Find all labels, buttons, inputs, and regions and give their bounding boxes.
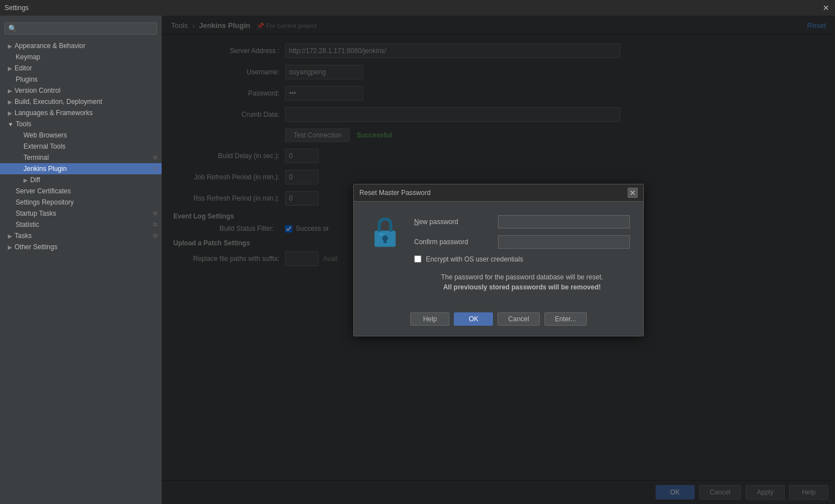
modal-ok-button[interactable]: OK	[454, 312, 493, 326]
new-password-label: NNew passwordew password	[414, 218, 498, 226]
search-box[interactable]: 🔍	[4, 22, 157, 35]
sidebar-label-keymap: Keymap	[16, 53, 40, 61]
sidebar-item-plugins[interactable]: Plugins	[0, 74, 162, 85]
modal-footer: Help OK Cancel Enter...	[354, 306, 643, 336]
modal-overlay: Reset Master Password ✕	[162, 16, 835, 504]
title-bar: Settings ✕	[0, 0, 835, 16]
confirm-password-row: Confirm passwordConfirm password	[414, 235, 630, 249]
sidebar-item-languages[interactable]: ▶ Languages & Frameworks	[0, 107, 162, 118]
lock-svg	[368, 216, 402, 250]
lock-icon	[367, 215, 403, 251]
content-panel: Tools › Jenkins Plugin 📌 📌 For current p…	[162, 16, 835, 504]
sidebar-item-tools[interactable]: ▼ Tools	[0, 118, 162, 130]
sidebar-item-server-certificates[interactable]: Server Certificates	[0, 186, 162, 197]
sidebar-item-keymap[interactable]: Keymap	[0, 51, 162, 63]
copy-icon-jenkins: ⧉	[153, 165, 157, 172]
copy-icon-terminal: ⧉	[153, 154, 157, 161]
modal-message: The password for the password database w…	[414, 272, 630, 292]
sidebar-item-web-browsers[interactable]: Web Browsers	[0, 130, 162, 141]
modal-message-line1: The password for the password database w…	[441, 273, 603, 281]
close-button[interactable]: ✕	[822, 3, 831, 12]
sidebar-item-startup-tasks[interactable]: Startup Tasks ⧉	[0, 208, 162, 219]
sidebar-label-startup: Startup Tasks	[16, 210, 56, 217]
sidebar-item-diff[interactable]: ▶ Diff	[0, 174, 162, 186]
modal-fields: NNew passwordew password Confirm passwor…	[414, 215, 630, 292]
modal-body: NNew passwordew password Confirm passwor…	[354, 202, 643, 306]
sidebar-item-jenkins-plugin[interactable]: Jenkins Plugin ⧉	[0, 163, 162, 174]
sidebar-label-plugins: Plugins	[16, 75, 37, 83]
modal-cancel-button[interactable]: Cancel	[497, 312, 539, 326]
sidebar-label-vc: Version Control	[15, 87, 60, 94]
sidebar: 🔍 ▶ Appearance & Behavior Keymap ▶ Edito…	[0, 16, 162, 504]
modal-title-bar: Reset Master Password ✕	[354, 184, 643, 202]
sidebar-label-appearance: Appearance & Behavior	[15, 42, 86, 50]
sidebar-item-terminal[interactable]: Terminal ⧉	[0, 152, 162, 163]
modal-close-button[interactable]: ✕	[628, 188, 638, 198]
sidebar-label-external-tools: External Tools	[23, 142, 65, 150]
copy-icon-tasks: ⧉	[153, 232, 157, 239]
modal-message-line2: All previously stored passwords will be …	[443, 283, 601, 291]
expand-arrow-other: ▶	[8, 244, 12, 250]
expand-arrow-build: ▶	[8, 99, 12, 105]
search-icon: 🔍	[8, 25, 17, 32]
sidebar-item-tasks[interactable]: ▶ Tasks ⧉	[0, 230, 162, 241]
new-password-input[interactable]	[498, 215, 630, 229]
modal-title: Reset Master Password	[359, 189, 628, 197]
main-content: 🔍 ▶ Appearance & Behavior Keymap ▶ Edito…	[0, 16, 835, 504]
modal-enter-button[interactable]: Enter...	[544, 312, 587, 326]
expand-arrow-appearance: ▶	[8, 43, 12, 49]
sidebar-item-appearance[interactable]: ▶ Appearance & Behavior	[0, 40, 162, 51]
new-password-row: NNew passwordew password	[414, 215, 630, 229]
sidebar-item-build[interactable]: ▶ Build, Execution, Deployment	[0, 96, 162, 107]
sidebar-label-settings-repo: Settings Repository	[16, 198, 74, 206]
encrypt-checkbox[interactable]	[414, 255, 421, 263]
confirm-password-input[interactable]	[498, 235, 630, 249]
sidebar-label-lang: Languages & Frameworks	[15, 109, 93, 117]
sidebar-item-version-control[interactable]: ▶ Version Control	[0, 85, 162, 96]
sidebar-label-tools: Tools	[16, 120, 31, 128]
expand-arrow-diff: ▶	[23, 177, 28, 183]
sidebar-label-statistic: Statistic	[16, 221, 39, 229]
sidebar-item-external-tools[interactable]: External Tools	[0, 141, 162, 152]
sidebar-label-other: Other Settings	[15, 243, 58, 251]
window-title: Settings	[4, 4, 822, 12]
encrypt-label: Encrypt with OS user credentials	[426, 255, 523, 263]
sidebar-label-web-browsers: Web Browsers	[23, 131, 67, 139]
svg-point-3	[379, 233, 384, 236]
expand-arrow-lang: ▶	[8, 110, 12, 116]
sidebar-label-diff: Diff	[30, 176, 40, 184]
sidebar-item-statistic[interactable]: Statistic ⧉	[0, 219, 162, 230]
expand-arrow-vc: ▶	[8, 88, 12, 94]
expand-arrow-tools: ▼	[8, 121, 13, 127]
main-window: Settings ✕ 🔍 ▶ Appearance & Behavior Key…	[0, 0, 835, 504]
sidebar-label-tasks: Tasks	[15, 232, 32, 240]
svg-rect-2	[383, 239, 386, 243]
modal-help-button[interactable]: Help	[410, 312, 449, 326]
sidebar-item-other-settings[interactable]: ▶ Other Settings	[0, 241, 162, 253]
expand-arrow-editor: ▶	[8, 65, 12, 72]
confirm-password-label: Confirm passwordConfirm password	[414, 238, 498, 246]
search-input[interactable]	[19, 25, 153, 32]
sidebar-label-build: Build, Execution, Deployment	[15, 98, 102, 106]
expand-arrow-tasks: ▶	[8, 233, 12, 239]
reset-password-modal: Reset Master Password ✕	[353, 184, 644, 336]
sidebar-item-editor[interactable]: ▶ Editor	[0, 63, 162, 74]
sidebar-label-jenkins: Jenkins Plugin	[23, 165, 67, 173]
encrypt-checkbox-row: Encrypt with OS user credentials	[414, 255, 630, 263]
copy-icon-startup: ⧉	[153, 210, 157, 217]
sidebar-label-terminal: Terminal	[23, 154, 49, 161]
copy-icon-statistic: ⧉	[153, 221, 157, 228]
sidebar-item-settings-repository[interactable]: Settings Repository	[0, 197, 162, 208]
sidebar-label-editor: Editor	[15, 64, 32, 72]
sidebar-label-server-certs: Server Certificates	[16, 187, 71, 195]
